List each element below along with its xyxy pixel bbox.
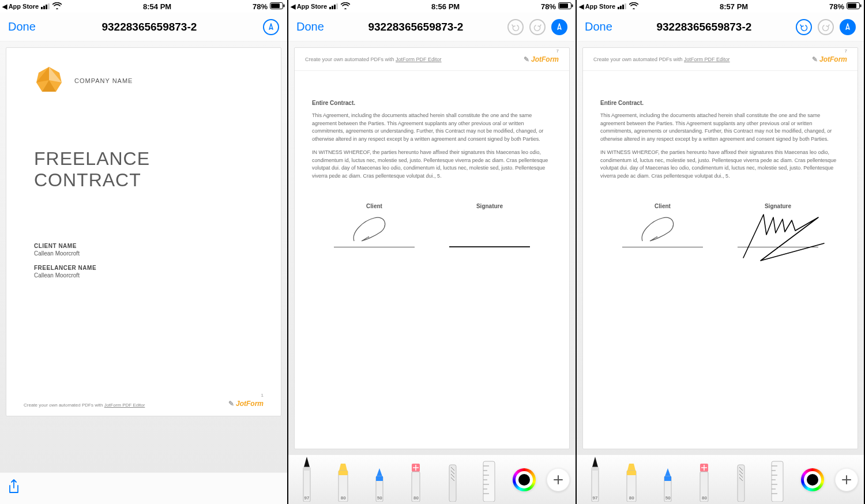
markup-button[interactable] — [551, 19, 567, 35]
ruler-tool[interactable] — [765, 460, 790, 502]
svg-marker-53 — [592, 457, 598, 467]
client-sig-label: Client — [622, 203, 703, 209]
contract-title: FREELANCE CONTRACT — [34, 148, 253, 191]
svg-rect-71 — [772, 461, 783, 502]
statusbar: ◀ App Store 8:57 PM 78% — [577, 0, 864, 13]
jotform-brand: ✎ JotForm — [812, 55, 847, 63]
pen-opacity: 97 — [304, 495, 310, 501]
client-signature — [334, 212, 415, 247]
battery-icon — [847, 2, 862, 11]
markup-toolbox: 97 80 50 80 — [577, 455, 864, 504]
svg-marker-18 — [304, 457, 310, 467]
document-viewport[interactable]: Create your own automated PDFs with JotF… — [288, 42, 576, 455]
svg-rect-6 — [283, 4, 284, 7]
svg-rect-3 — [48, 3, 50, 9]
ruler-tool[interactable] — [476, 460, 502, 502]
client-sig-box — [622, 213, 703, 247]
redo-button — [818, 19, 834, 35]
company-logo — [34, 65, 64, 96]
svg-rect-11 — [329, 7, 331, 9]
screen-3: ◀ App Store 8:57 PM 78% Done 93228365659… — [577, 0, 865, 504]
jotform-link[interactable]: JotForm PDF Editor — [396, 57, 442, 62]
svg-rect-1 — [43, 6, 45, 9]
back-to-app[interactable]: ◀ App Store — [291, 3, 327, 10]
svg-rect-47 — [620, 6, 622, 9]
back-to-app[interactable]: ◀ App Store — [2, 3, 39, 10]
svg-rect-55 — [592, 467, 599, 471]
signal-icon — [41, 2, 50, 11]
paragraph-1: This Agreement, including the documents … — [600, 112, 840, 143]
page-header: Create your own automated PDFs with JotF… — [583, 48, 858, 71]
battery-icon — [558, 2, 573, 11]
pencil-tool[interactable]: 50 — [367, 467, 392, 502]
page-number: 7 — [556, 48, 559, 54]
doc-title: 93228365659873-2 — [368, 21, 463, 33]
jotform-link[interactable]: JotForm PDF Editor — [104, 403, 145, 408]
page-header: Create your own automated PDFs with JotF… — [295, 48, 569, 71]
document-viewport[interactable]: COMPANY NAME FREELANCE CONTRACT CLIENT N… — [0, 42, 287, 472]
lasso-tool[interactable] — [728, 462, 754, 502]
undo-button[interactable] — [796, 19, 812, 35]
done-button[interactable]: Done — [296, 20, 324, 33]
eraser-tool[interactable]: 80 — [691, 462, 717, 502]
svg-rect-23 — [339, 471, 348, 475]
svg-rect-52 — [860, 4, 861, 7]
highlighter-opacity: 80 — [341, 495, 346, 501]
svg-marker-21 — [339, 464, 347, 471]
eraser-tool[interactable]: 80 — [403, 462, 428, 502]
signature-sig-box[interactable] — [449, 213, 530, 247]
company-name: COMPANY NAME — [74, 77, 133, 84]
wifi-icon — [52, 2, 62, 11]
pencil-tool[interactable]: 50 — [655, 467, 680, 502]
plus-icon — [553, 475, 563, 485]
plus-icon — [841, 475, 852, 485]
redo-button — [529, 19, 546, 35]
pen-tool[interactable]: 97 — [294, 456, 319, 502]
doc-title: 93228365659873-2 — [656, 21, 751, 33]
svg-rect-16 — [559, 3, 568, 8]
add-button[interactable] — [547, 468, 570, 491]
svg-rect-20 — [303, 467, 310, 471]
svg-rect-46 — [618, 7, 619, 9]
svg-rect-48 — [622, 5, 624, 9]
bottombar — [0, 472, 287, 504]
add-button[interactable] — [835, 468, 858, 491]
lasso-tool[interactable] — [440, 462, 465, 502]
highlighter-tool[interactable]: 80 — [330, 462, 356, 502]
jotform-link[interactable]: JotForm PDF Editor — [684, 57, 730, 62]
client-sig-label: Client — [334, 203, 415, 209]
client-sig-box — [334, 213, 415, 247]
done-button[interactable]: Done — [8, 20, 36, 33]
markup-button[interactable] — [840, 19, 856, 35]
svg-rect-5 — [271, 3, 280, 8]
freelancer-value: Callean Moorcroft — [34, 272, 253, 279]
color-picker[interactable] — [801, 468, 824, 491]
wifi-icon — [341, 2, 350, 11]
highlighter-opacity: 80 — [629, 495, 634, 501]
svg-rect-12 — [332, 6, 333, 9]
share-button[interactable] — [7, 479, 21, 498]
pen-tool[interactable]: 97 — [582, 456, 608, 502]
user-drawn-signature — [720, 203, 847, 272]
svg-rect-58 — [627, 471, 636, 475]
svg-rect-26 — [376, 476, 383, 481]
svg-rect-0 — [41, 7, 43, 9]
jotform-brand: ✎ JotForm — [524, 55, 559, 63]
back-to-app[interactable]: ◀ App Store — [579, 3, 615, 10]
highlighter-tool[interactable]: 80 — [619, 462, 644, 502]
color-picker[interactable] — [513, 468, 536, 491]
svg-rect-49 — [625, 3, 626, 9]
done-button[interactable]: Done — [585, 20, 612, 33]
eraser-opacity: 80 — [413, 495, 419, 501]
battery-icon — [270, 2, 285, 11]
navbar: Done 93228365659873-2 — [0, 13, 287, 42]
markup-button[interactable] — [263, 19, 279, 35]
clock: 8:56 PM — [431, 2, 460, 11]
signal-icon — [329, 2, 339, 11]
pdf-page-7: Create your own automated PDFs with JotF… — [294, 47, 570, 449]
svg-rect-13 — [334, 5, 336, 9]
signature-sig-label: Signature — [449, 203, 530, 209]
document-viewport[interactable]: Create your own automated PDFs with JotF… — [577, 42, 864, 455]
battery-pct: 78% — [829, 2, 844, 11]
section-title: Entire Contract. — [312, 100, 552, 106]
